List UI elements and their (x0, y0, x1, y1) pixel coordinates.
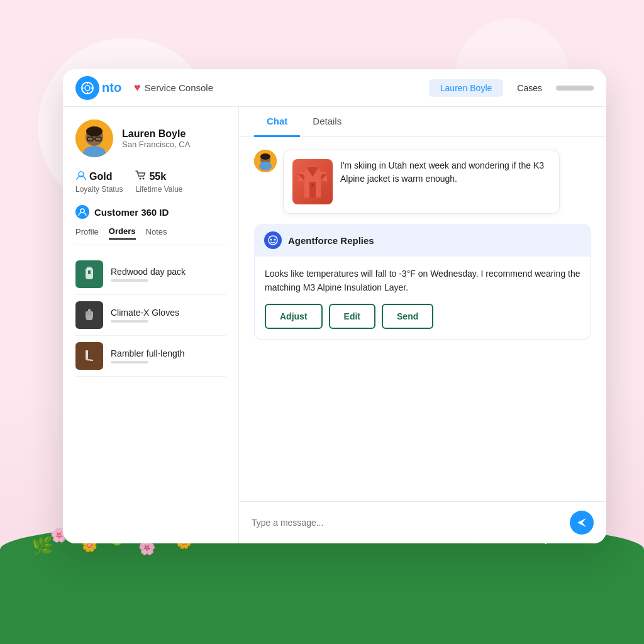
chat-messages: I'm skiing in Utah next week and wonderi… (239, 137, 606, 501)
order-item-2[interactable]: Climate-X Gloves (75, 295, 226, 336)
product-img-jacket (292, 159, 333, 204)
nav-tab-more (556, 86, 594, 91)
order-img-boots (75, 342, 103, 370)
chat-tab-chat[interactable]: Chat (254, 107, 300, 137)
order-name-1: Redwood day pack (111, 267, 186, 277)
customer360-header: Customer 360 ID (75, 205, 226, 219)
main-content: Lauren Boyle San Francisco, CA Gold (63, 107, 606, 543)
lifetime-stat-row: 55k (135, 170, 182, 184)
order-img-gloves (75, 301, 103, 329)
orders-list: Redwood day pack Climate-X Gloves (75, 254, 226, 377)
stats-row: Gold Loyalty Status 55k (75, 170, 226, 194)
order-img-backpack (75, 260, 103, 288)
svg-point-15 (143, 178, 145, 180)
message-input[interactable] (252, 518, 564, 528)
agentforce-title: Agentforce Replies (288, 235, 374, 246)
svg-point-29 (270, 239, 272, 241)
svg-point-27 (311, 184, 314, 186)
user-info: Lauren Boyle San Francisco, CA (122, 128, 190, 149)
left-panel: Lauren Boyle San Francisco, CA Gold (63, 107, 239, 543)
order-item-3[interactable]: Rambler full-length (75, 336, 226, 377)
message-input-area (239, 501, 606, 543)
svg-point-16 (80, 209, 84, 213)
svg-point-14 (140, 178, 142, 180)
agentforce-message: Looks like temperatures will fall to -3°… (265, 267, 580, 295)
avatar (75, 119, 113, 157)
app-window: nto ♥ Service Console Lauren Boyle Cases (63, 69, 606, 543)
order-item-info-3: Rambler full-length (111, 348, 185, 364)
service-console-badge: ♥ Service Console (134, 81, 213, 94)
sub-tabs: Profile Orders Notes (75, 226, 226, 245)
c360-icon (75, 205, 89, 219)
order-sub-3 (111, 361, 148, 364)
nav-tabs: Lauren Boyle Cases (429, 79, 594, 97)
chat-tabs: Chat Details (239, 107, 606, 137)
subtab-orders[interactable]: Orders (109, 226, 136, 240)
loyalty-label: Loyalty Status (75, 185, 123, 194)
svg-rect-19 (88, 270, 91, 274)
adjust-button[interactable]: Adjust (265, 304, 323, 329)
agentforce-body: Looks like temperatures will fall to -3°… (254, 257, 591, 340)
order-item-info: Redwood day pack (111, 267, 186, 282)
nav-tab-lauren[interactable]: Lauren Boyle (429, 79, 504, 97)
svg-rect-18 (87, 267, 92, 269)
logo-icon (75, 76, 99, 100)
cart-icon (135, 170, 147, 184)
top-nav: nto ♥ Service Console Lauren Boyle Cases (63, 69, 606, 107)
subtab-profile[interactable]: Profile (75, 226, 99, 240)
edit-button[interactable]: Edit (329, 304, 375, 329)
loyalty-stat: Gold Loyalty Status (75, 170, 123, 194)
lifetime-label: Lifetime Value (135, 185, 182, 194)
loyalty-icon (75, 170, 87, 184)
agentforce-icon (264, 231, 282, 249)
order-sub-1 (111, 279, 148, 282)
loyalty-stat-row: Gold (75, 170, 123, 184)
order-name-3: Rambler full-length (111, 348, 185, 358)
loyalty-value: Gold (89, 171, 112, 182)
customer-message-text: I'm skiing in Utah next week and wonderi… (340, 159, 550, 186)
svg-rect-22 (86, 350, 88, 358)
message-bubble: I'm skiing in Utah next week and wonderi… (283, 150, 560, 214)
order-item[interactable]: Redwood day pack (75, 254, 226, 295)
user-profile: Lauren Boyle San Francisco, CA (75, 119, 226, 157)
right-panel: Chat Details (239, 107, 606, 543)
chat-tab-details[interactable]: Details (300, 107, 354, 137)
logo-text: nto (102, 80, 121, 95)
order-name-2: Climate-X Gloves (111, 308, 179, 318)
lifetime-value: 55k (149, 171, 166, 182)
svg-point-25 (260, 153, 270, 160)
agentforce-section: Agentforce Replies Looks like temperatur… (254, 224, 591, 340)
heart-icon: ♥ (134, 81, 141, 94)
customer-message-row: I'm skiing in Utah next week and wonderi… (254, 150, 591, 214)
subtab-notes[interactable]: Notes (146, 226, 167, 240)
send-message-button[interactable] (570, 511, 594, 535)
logo-area: nto (75, 76, 121, 100)
order-item-info-2: Climate-X Gloves (111, 308, 179, 323)
order-sub-2 (111, 320, 148, 323)
lifetime-stat: 55k Lifetime Value (135, 170, 182, 194)
action-buttons: Adjust Edit Send (265, 304, 580, 329)
svg-point-1 (85, 86, 90, 91)
c360-title: Customer 360 ID (94, 207, 169, 218)
send-button[interactable]: Send (382, 304, 433, 329)
agentforce-header: Agentforce Replies (254, 224, 591, 257)
svg-point-30 (274, 239, 276, 241)
svg-point-9 (86, 126, 103, 136)
svg-point-26 (259, 162, 272, 170)
user-name: Lauren Boyle (122, 128, 190, 140)
service-console-label: Service Console (145, 82, 213, 93)
customer-avatar-small (254, 150, 277, 172)
user-location: San Francisco, CA (122, 140, 190, 149)
nav-tab-cases[interactable]: Cases (506, 79, 553, 97)
